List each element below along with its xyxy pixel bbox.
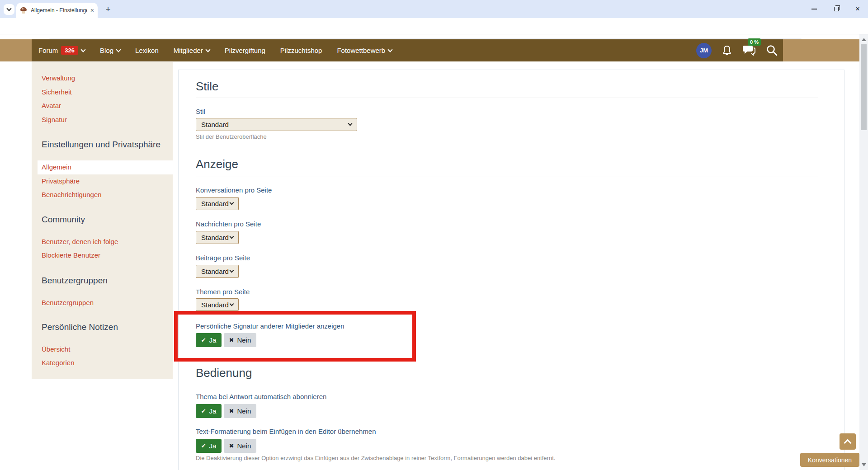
yes-button[interactable]: ✔Ja [196, 404, 222, 418]
window-minimize-button[interactable] [804, 0, 825, 18]
x-icon: ✖ [229, 442, 234, 449]
chevron-up-icon [844, 439, 852, 447]
sidebar-heading-benutzergruppen: Benutzergruppen [42, 276, 108, 286]
topics-per-page-select[interactable]: Standard [196, 298, 239, 311]
sidebar-item-benachrichtigungen[interactable]: Benachrichtigungen [42, 191, 102, 198]
no-button[interactable]: ✖Nein [224, 333, 256, 347]
window-close-button[interactable]: × [847, 0, 868, 18]
chevron-down-icon [6, 6, 11, 11]
back-to-top-button[interactable] [840, 433, 856, 450]
chevron-down-icon [230, 235, 234, 239]
browser-tab-strip: Allgemein - Einstellungen und P × + × [0, 0, 868, 18]
yes-button[interactable]: ✔Ja [196, 333, 222, 347]
sidebar-item-allgemein-active[interactable]: Allgemein [38, 160, 173, 174]
main-nav: Forum 326 Blog Lexikon Mitglieder Pilzve… [32, 39, 783, 61]
page-scrollbar[interactable] [859, 34, 868, 470]
chevron-down-icon [205, 47, 210, 52]
section-divider [196, 177, 818, 177]
sidebar-item-privatsphaere[interactable]: Privatsphäre [42, 177, 80, 185]
sidebar-item-verwaltung[interactable]: Verwaltung [42, 74, 75, 82]
stil-help-text: Stil der Benutzeroberfläche [196, 133, 267, 140]
tab-title: Allgemein - Einstellungen und P [31, 7, 87, 14]
sidebar-item-uebersicht[interactable]: Übersicht [42, 345, 70, 353]
tab-close-icon[interactable]: × [90, 7, 94, 14]
forum-count-badge: 326 [61, 46, 78, 55]
chevron-down-icon [80, 47, 85, 52]
posts-per-page-select[interactable]: Standard [196, 265, 239, 278]
section-title-stile: Stile [196, 80, 219, 94]
show-signatures-toggle: ✔Ja ✖Nein [196, 333, 256, 347]
nav-item-fotowettbewerb[interactable]: Fotowettbewerb [337, 47, 392, 54]
tab-search-button[interactable] [4, 4, 14, 15]
show-signatures-label: Persönliche Signatur anderer Mitglieder … [196, 322, 344, 330]
conversations-button[interactable]: Konversationen [800, 453, 859, 467]
chevron-down-icon [116, 47, 121, 52]
nav-item-pilzzuchtshop[interactable]: Pilzzuchtshop [280, 47, 322, 54]
messages-per-page-label: Nachrichten pro Seite [196, 220, 261, 228]
chat-progress-badge: 0 % [748, 38, 761, 46]
nav-icon-group: JM 0 % [696, 39, 778, 61]
auto-subscribe-label: Thema bei Antwort automatisch abonnieren [196, 393, 326, 400]
section-divider [196, 383, 818, 383]
site-favicon-icon [20, 7, 27, 14]
browser-tab[interactable]: Allgemein - Einstellungen und P × [16, 3, 98, 18]
nav-item-forum[interactable]: Forum 326 [38, 46, 85, 55]
sidebar-heading-einstellungen: Einstellungen und Privatsphäre [42, 140, 160, 150]
chevron-down-icon [348, 122, 353, 126]
site-header: Forum 326 Blog Lexikon Mitglieder Pilzve… [0, 39, 868, 61]
chevron-down-icon [387, 47, 392, 52]
nav-item-pilzvergiftung[interactable]: Pilzvergiftung [225, 47, 265, 54]
messages-per-page-select[interactable]: Standard [196, 231, 239, 244]
window-restore-button[interactable] [826, 0, 847, 18]
sidebar-item-avatar[interactable]: Avatar [42, 102, 61, 109]
check-icon: ✔ [201, 408, 206, 414]
conversations-icon[interactable]: 0 % [742, 44, 756, 57]
sidebar-item-signatur[interactable]: Signatur [42, 116, 67, 123]
section-divider [196, 98, 818, 98]
conversations-per-page-select[interactable]: Standard [196, 197, 239, 210]
new-tab-button[interactable]: + [103, 5, 113, 14]
browser-toolbar: ← → ↻ https://www.pilzforum.eu/settings/… [0, 18, 868, 34]
x-icon: ✖ [229, 408, 234, 414]
nav-item-blog[interactable]: Blog [100, 47, 120, 54]
chevron-down-icon [230, 201, 234, 205]
check-icon: ✔ [201, 442, 206, 449]
sidebar-item-kategorien[interactable]: Kategorien [42, 359, 75, 367]
paste-formatting-toggle: ✔Ja ✖Nein [196, 439, 256, 453]
sidebar-heading-notizen: Persönliche Notizen [42, 322, 118, 332]
no-button[interactable]: ✖Nein [224, 439, 256, 453]
section-title-anzeige: Anzeige [196, 157, 238, 171]
sidebar-item-blockierte-benutzer[interactable]: Blockierte Benutzer [42, 251, 100, 259]
scroll-up-arrow[interactable] [862, 38, 866, 41]
stil-label: Stil [196, 108, 205, 115]
chevron-down-icon [230, 268, 234, 273]
chevron-down-icon [230, 301, 234, 306]
settings-sidebar: Verwaltung Sicherheit Avatar Signatur Ei… [32, 62, 173, 379]
scrollbar-thumb[interactable] [861, 44, 867, 130]
auto-subscribe-toggle: ✔Ja ✖Nein [196, 404, 256, 418]
stil-select[interactable]: Standard [196, 118, 357, 131]
notifications-bell-icon[interactable] [722, 45, 732, 56]
sidebar-heading-community: Community [42, 215, 85, 225]
check-icon: ✔ [201, 337, 206, 343]
sidebar-item-sicherheit[interactable]: Sicherheit [42, 88, 72, 96]
section-title-bedienung: Bedienung [196, 366, 252, 380]
search-icon[interactable] [766, 44, 778, 56]
paste-formatting-help-text: Die Deaktivierung dieser Option erzwingt… [196, 455, 555, 461]
conversations-per-page-label: Konversationen pro Seite [196, 186, 272, 194]
yes-button[interactable]: ✔Ja [196, 439, 222, 453]
nav-item-mitglieder[interactable]: Mitglieder [174, 47, 210, 54]
nav-item-lexikon[interactable]: Lexikon [135, 47, 159, 54]
sidebar-item-benutzer-folge[interactable]: Benutzer, denen ich folge [42, 238, 118, 245]
posts-per-page-label: Beiträge pro Seite [196, 254, 250, 262]
scroll-down-arrow[interactable] [862, 463, 866, 466]
topics-per-page-label: Themen pro Seite [196, 288, 250, 296]
paste-formatting-label: Text-Formatierung beim Einfügen in den E… [196, 428, 376, 435]
sidebar-item-benutzergruppen[interactable]: Benutzergruppen [42, 299, 94, 306]
user-avatar[interactable]: JM [696, 43, 712, 58]
no-button[interactable]: ✖Nein [224, 404, 256, 418]
x-icon: ✖ [229, 337, 234, 343]
